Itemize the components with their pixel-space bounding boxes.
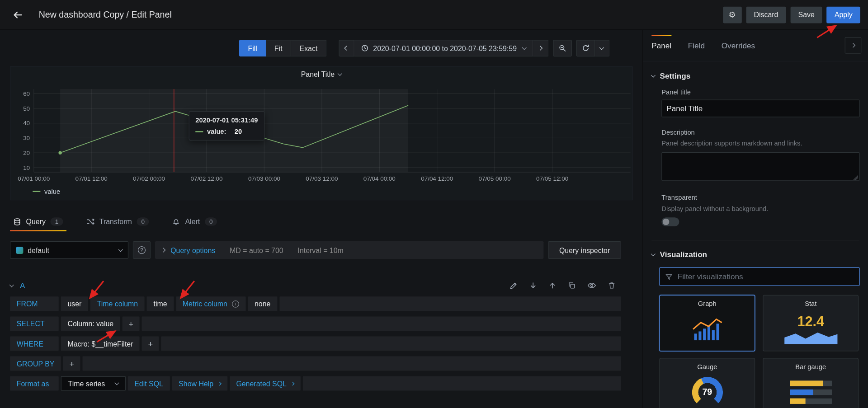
x-tick-label: 07/03 00:00 [248, 175, 280, 182]
copy-icon[interactable] [568, 281, 576, 289]
segment-edit-sql[interactable]: Edit SQL [127, 376, 170, 391]
section-divider [651, 241, 859, 241]
visualization-section-header[interactable]: Visualization [651, 250, 859, 259]
back-button[interactable] [8, 5, 28, 24]
pencil-icon[interactable] [509, 281, 518, 290]
time-shift-back-button[interactable] [339, 40, 354, 56]
tab-alert[interactable]: Alert0 [169, 212, 221, 230]
bell-icon [172, 218, 180, 225]
segment-macro-timefilter[interactable]: Macro: $__timeFilter [61, 336, 140, 351]
chevron-right-icon [161, 248, 165, 252]
segment-label: Generated SQL [236, 379, 287, 387]
query-options-bar: Query options MD = auto = 700 Interval =… [155, 241, 544, 259]
refresh-button[interactable] [576, 40, 595, 56]
size-mode-fill[interactable]: Fill [239, 40, 266, 56]
tab-count-badge: 0 [205, 217, 217, 225]
query-inspector-button[interactable]: Query inspector [548, 241, 621, 259]
segment-format-as[interactable]: Format as [10, 376, 59, 391]
segment-column-value[interactable]: Column: value [61, 316, 120, 331]
refresh-interval-dropdown[interactable] [595, 40, 609, 56]
segment-label: + [148, 339, 153, 348]
row-filler [83, 356, 621, 371]
y-tick-label: 30 [23, 135, 30, 141]
bargauge-preview-icon [764, 370, 858, 408]
segment-time-series[interactable]: Time series [61, 376, 126, 391]
viz-card-gauge[interactable]: Gauge79 [659, 358, 755, 408]
panel-title-menu[interactable]: Panel Title [10, 67, 632, 81]
segment-show-help[interactable]: Show Help [172, 376, 227, 391]
query-row-format: Format asTime seriesEdit SQLShow HelpGen… [10, 376, 621, 391]
save-button[interactable]: Save [790, 6, 822, 23]
transparent-toggle[interactable] [661, 217, 679, 226]
time-series-chart[interactable]: 10203040506007/01 00:0007/01 12:0007/02 … [10, 67, 632, 200]
chevron-down-icon [651, 73, 656, 77]
zoom-out-button[interactable] [553, 40, 572, 56]
graph-preview-icon [660, 308, 755, 351]
segment-time-column[interactable]: Time column [90, 296, 145, 311]
datasource-logo-icon [16, 247, 24, 254]
segment-group-by[interactable]: GROUP BY [10, 356, 61, 371]
collapse-query-icon[interactable] [9, 282, 14, 287]
segment-label: time [153, 300, 167, 308]
viz-card-label: Graph [698, 300, 717, 308]
segment-[interactable]: + [63, 356, 80, 371]
y-tick-label: 20 [23, 150, 30, 156]
max-data-points: MD = auto = 700 [230, 246, 283, 254]
query-row-group-by: GROUP BY+ [10, 356, 621, 371]
segment-time[interactable]: time [147, 296, 174, 311]
settings-section-header[interactable]: Settings [651, 71, 859, 80]
segment-label: Column: value [67, 319, 113, 328]
tab-field[interactable]: Field [688, 39, 705, 52]
apply-button[interactable]: Apply [827, 6, 860, 23]
datasource-picker[interactable]: default [10, 241, 128, 259]
filter-visualizations-input[interactable]: Filter visualizations [659, 267, 859, 286]
query-ref-id[interactable]: A [20, 281, 25, 290]
segment-from[interactable]: FROM [10, 296, 59, 311]
segment-[interactable]: + [142, 336, 159, 351]
stat-preview-icon: 12.4 [764, 308, 858, 351]
trash-icon[interactable] [608, 281, 616, 289]
segment-where[interactable]: WHERE [10, 336, 59, 351]
transparent-label: Transparent [661, 194, 859, 202]
tooltip-series-value: 20 [235, 128, 242, 136]
time-shift-forward-button[interactable] [533, 40, 548, 56]
dashboard-settings-button[interactable]: ⚙ [723, 6, 742, 23]
chevron-down-icon [114, 380, 119, 385]
panel-title-input[interactable] [661, 99, 859, 117]
size-mode-exact[interactable]: Exact [291, 40, 326, 56]
segment-metric-column[interactable]: Metric columni [176, 296, 245, 311]
segment-label: Time series [68, 379, 105, 387]
eye-icon[interactable] [587, 281, 596, 290]
edit-panel-main: FillFitExact 2020-07-01 00:00:00 to 2020… [0, 30, 642, 408]
size-mode-fit[interactable]: Fit [266, 40, 292, 56]
gauge-preview-value: 79 [692, 377, 723, 408]
tab-transform[interactable]: Transform0 [83, 212, 152, 230]
tab-query[interactable]: Query1 [10, 212, 66, 230]
tab-overrides[interactable]: Overrides [722, 39, 755, 52]
chevron-left-icon [344, 46, 349, 50]
interval: Interval = 10m [298, 246, 344, 254]
segment-none[interactable]: none [248, 296, 277, 311]
row-filler [142, 316, 621, 331]
collapse-sidebar-button[interactable] [845, 37, 862, 54]
arrow-down-icon[interactable] [529, 281, 537, 289]
arrow-up-icon[interactable] [548, 281, 556, 289]
segment-user[interactable]: user [61, 296, 88, 311]
viz-card-bar-gauge[interactable]: Bar gauge [763, 358, 859, 408]
segment-label: FROM [17, 300, 38, 308]
query-options-toggle[interactable]: Query options [170, 246, 215, 254]
viz-card-stat[interactable]: Stat12.4 [763, 295, 859, 352]
segment-label: SELECT [17, 319, 45, 328]
viz-card-graph[interactable]: Graph [659, 295, 755, 352]
description-textarea[interactable] [661, 152, 859, 181]
datasource-value: default [28, 246, 49, 254]
discard-button[interactable]: Discard [746, 6, 786, 23]
transform-icon [86, 217, 94, 225]
segment-[interactable]: + [123, 316, 140, 331]
segment-select[interactable]: SELECT [10, 316, 59, 331]
segment-generated-sql[interactable]: Generated SQL [230, 376, 301, 391]
tab-panel[interactable]: Panel [651, 39, 671, 52]
datasource-help-button[interactable]: ? [133, 241, 151, 259]
chart-legend-item[interactable]: value [33, 188, 60, 195]
time-range-picker[interactable]: 2020-07-01 00:00:00 to 2020-07-05 23:59:… [354, 40, 533, 56]
